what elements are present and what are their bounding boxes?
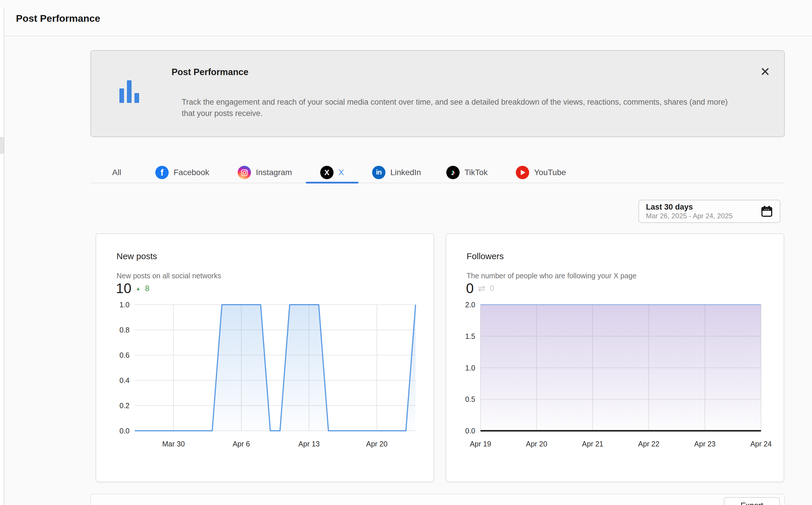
kpi-row: 0 ⇄ 0: [466, 280, 494, 297]
svg-text:0.8: 0.8: [120, 326, 130, 334]
svg-text:Apr 20: Apr 20: [526, 440, 548, 448]
banner-title: Post Performance: [172, 67, 248, 77]
svg-text:0.5: 0.5: [465, 395, 475, 403]
post-performance-page: Post Performance Post Performance Track …: [0, 0, 812, 505]
export-button[interactable]: Export: [724, 497, 780, 505]
tab-label: TikTok: [464, 168, 488, 177]
trend-up-icon: ▲: [136, 286, 141, 291]
page-header: Post Performance: [0, 0, 812, 36]
followers-card: Followers The number of people who are f…: [446, 233, 784, 482]
tab-label: Instagram: [256, 168, 292, 177]
svg-text:Apr 19: Apr 19: [470, 440, 491, 448]
tab-label: LinkedIn: [390, 168, 421, 177]
svg-text:Apr 13: Apr 13: [298, 440, 320, 448]
card-title: Followers: [466, 251, 503, 261]
card-title: New posts: [117, 251, 157, 261]
calendar-icon: [761, 205, 773, 217]
kpi-row: 10 ▲ 8: [116, 280, 150, 297]
date-range-value: Mar 26, 2025 - Apr 24, 2025: [646, 212, 733, 220]
date-range-label: Last 30 days: [646, 202, 733, 212]
tab-tiktok[interactable]: ♪ TikTok: [439, 162, 495, 183]
no-change-icon: ⇄: [478, 284, 485, 293]
svg-text:1.0: 1.0: [465, 364, 475, 372]
tiktok-icon: ♪: [446, 166, 460, 179]
tab-instagram[interactable]: Instagram: [230, 162, 299, 183]
svg-text:Apr 20: Apr 20: [366, 440, 388, 448]
tab-facebook[interactable]: f Facebook: [148, 162, 216, 183]
youtube-icon: [516, 166, 529, 179]
new-posts-chart: 1.00.80.60.40.20.0Mar 30Apr 6Apr 13Apr 2…: [96, 301, 433, 463]
svg-text:0.0: 0.0: [465, 427, 475, 435]
page-title: Post Performance: [16, 13, 100, 24]
left-rail: [0, 8, 4, 505]
svg-text:Apr 6: Apr 6: [233, 440, 250, 448]
tab-label: X: [339, 168, 344, 177]
linkedin-icon: in: [372, 166, 385, 179]
kpi-value: 10: [116, 282, 131, 295]
tab-label: YouTube: [534, 168, 566, 177]
svg-text:Mar 30: Mar 30: [162, 440, 185, 448]
card-subtitle: The number of people who are following y…: [466, 272, 636, 280]
svg-text:0.2: 0.2: [120, 401, 130, 409]
info-banner: Post Performance Track the engagement an…: [90, 50, 785, 137]
svg-text:1.0: 1.0: [120, 301, 130, 309]
posts-table-section: Export: [90, 494, 785, 505]
svg-text:Apr 22: Apr 22: [638, 440, 659, 448]
instagram-icon: [238, 166, 251, 179]
date-range-button[interactable]: Last 30 days Mar 26, 2025 - Apr 24, 2025: [638, 200, 780, 223]
svg-text:Apr 24: Apr 24: [750, 440, 772, 448]
new-posts-card: New posts New posts on all social networ…: [95, 233, 434, 482]
followers-chart: 2.01.51.00.50.0Apr 19Apr 20Apr 21Apr 22A…: [446, 301, 784, 463]
svg-text:0.4: 0.4: [120, 376, 130, 384]
tab-label: All: [112, 168, 121, 177]
bar-chart-icon-bar: [120, 89, 124, 103]
tab-all[interactable]: All: [105, 162, 129, 183]
bar-chart-icon-bar: [127, 80, 132, 103]
tab-x[interactable]: X X: [313, 162, 351, 183]
network-tabs: All f Facebook Instagram X X in LinkedIn…: [90, 162, 785, 183]
trend-value: 8: [145, 284, 150, 293]
card-subtitle: New posts on all social networks: [117, 272, 221, 280]
bar-chart-icon-bar: [135, 93, 139, 103]
banner-description: Track the engagement and reach of your s…: [182, 97, 732, 119]
tab-label: Facebook: [174, 168, 209, 177]
facebook-icon: f: [155, 166, 169, 179]
x-icon: X: [320, 166, 334, 179]
bar-chart-icon: [120, 80, 146, 103]
svg-text:0.6: 0.6: [120, 351, 130, 359]
svg-text:Apr 23: Apr 23: [694, 440, 716, 448]
play-icon: [521, 170, 526, 175]
tab-youtube[interactable]: YouTube: [509, 162, 573, 183]
trend-value: 0: [490, 285, 494, 293]
svg-text:2.0: 2.0: [465, 301, 475, 309]
svg-text:0.0: 0.0: [120, 427, 130, 435]
svg-text:Apr 21: Apr 21: [582, 440, 603, 448]
kpi-value: 0: [466, 282, 474, 295]
close-icon[interactable]: ✕: [760, 66, 770, 78]
tab-linkedin[interactable]: in LinkedIn: [365, 162, 428, 183]
date-range-text: Last 30 days Mar 26, 2025 - Apr 24, 2025: [646, 202, 733, 220]
rail-handle[interactable]: [0, 137, 4, 154]
active-tab-indicator: [306, 182, 359, 183]
svg-text:1.5: 1.5: [465, 332, 475, 340]
